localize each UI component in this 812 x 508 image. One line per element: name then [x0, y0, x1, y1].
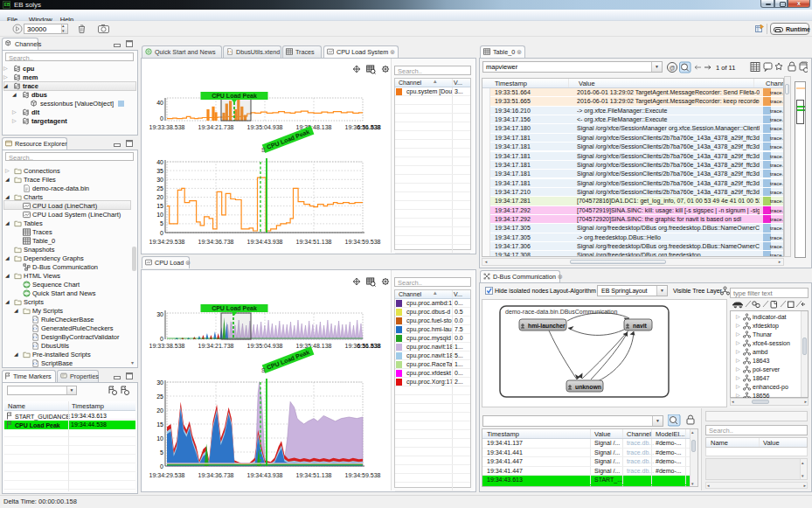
svg-text:30: 30: [156, 311, 163, 317]
svg-text:5: 5: [160, 449, 163, 456]
svg-text:1 of 11: 1 of 11: [716, 64, 735, 72]
svg-text:@: @: [669, 65, 675, 71]
svg-text:15: 15: [156, 203, 163, 209]
svg-text:S: S: [261, 147, 266, 153]
svg-text:30: 30: [156, 379, 163, 386]
svg-text:navit: navit: [633, 323, 648, 329]
svg-text:19:34:59.538: 19:34:59.538: [345, 239, 381, 245]
svg-text:0: 0: [160, 115, 163, 122]
svg-text:6:56.538: 6:56.538: [357, 124, 380, 130]
svg-text:CPU Load Peak: CPU Load Peak: [266, 349, 310, 371]
svg-text:40: 40: [156, 100, 163, 106]
svg-text:19:34:29.538: 19:34:29.538: [149, 472, 185, 478]
svg-text:20: 20: [156, 194, 163, 200]
svg-text:19:34:43.938: 19:34:43.938: [247, 239, 283, 245]
svg-text:15: 15: [156, 421, 163, 428]
svg-text:0: 0: [160, 230, 163, 236]
svg-text:19:35:48.138: 19:35:48.138: [296, 124, 332, 130]
svg-text:unknown: unknown: [575, 384, 601, 390]
svg-text:40: 40: [156, 159, 163, 165]
svg-text:19:35:04.938: 19:35:04.938: [247, 124, 283, 130]
svg-text:CPU Load Peak: CPU Load Peak: [212, 305, 257, 311]
svg-text:19:34:21.738: 19:34:21.738: [198, 124, 234, 130]
svg-text:19:34:43.938: 19:34:43.938: [247, 472, 283, 478]
svg-text:19:35:48.138: 19:35:48.138: [296, 343, 332, 349]
svg-text:S: S: [261, 367, 266, 373]
svg-text:19:34:59.538: 19:34:59.538: [345, 472, 381, 478]
svg-text:25: 25: [156, 185, 163, 191]
svg-text:CPU Load Peak: CPU Load Peak: [266, 129, 310, 150]
svg-text:CPU Load Peak: CPU Load Peak: [212, 93, 257, 99]
svg-text:19:34:36.738: 19:34:36.738: [198, 472, 234, 478]
svg-text:19:33:38.538: 19:33:38.538: [149, 124, 185, 130]
svg-text:0: 0: [160, 463, 163, 470]
svg-text:19:34:36.738: 19:34:36.738: [198, 239, 234, 245]
svg-text:hmi-launcher: hmi-launcher: [528, 323, 566, 329]
svg-text:demo-race-data.bin.DBusCommuni: demo-race-data.bin.DBusCommunication: [505, 309, 617, 315]
svg-text:19:34:51.138: 19:34:51.138: [296, 239, 332, 245]
svg-text:10: 10: [156, 212, 163, 218]
svg-text:19:33:38.538: 19:33:38.538: [149, 343, 185, 349]
svg-text:5: 5: [160, 220, 163, 226]
svg-text:19:34:51.138: 19:34:51.138: [296, 472, 332, 478]
svg-text:30: 30: [156, 177, 163, 183]
svg-text:35: 35: [156, 168, 163, 174]
svg-text:10: 10: [156, 435, 163, 442]
svg-text:19:34:21.738: 19:34:21.738: [198, 343, 234, 349]
svg-text:20: 20: [156, 407, 163, 414]
svg-text:19:35:04.938: 19:35:04.938: [247, 343, 283, 349]
svg-text:6:56.538: 6:56.538: [357, 343, 380, 349]
svg-text:19:34:29.538: 19:34:29.538: [149, 239, 185, 245]
svg-text:25: 25: [156, 393, 163, 400]
svg-text:0: 0: [160, 336, 163, 342]
